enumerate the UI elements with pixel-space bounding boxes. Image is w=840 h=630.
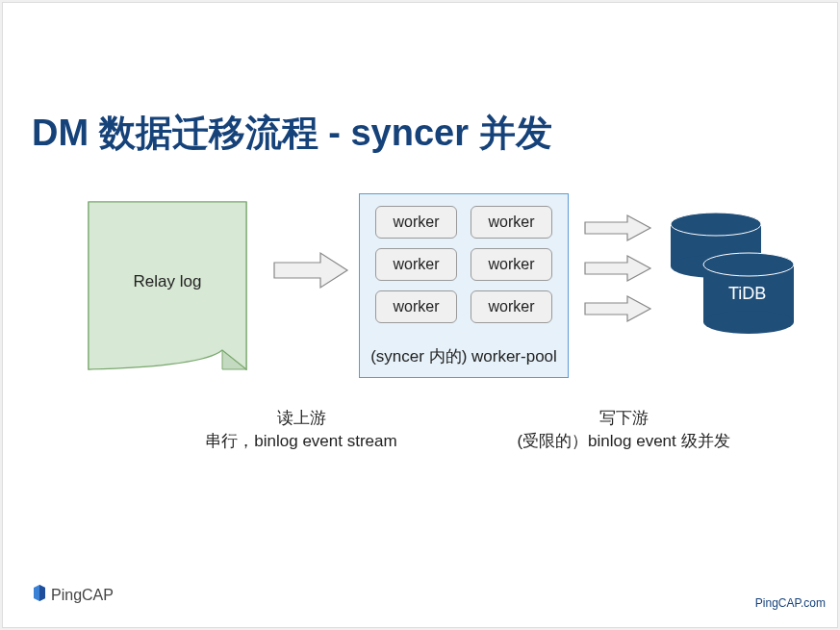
slide-title: DM 数据迁移流程 - syncer 并发 — [32, 109, 552, 158]
worker-box: worker — [471, 206, 552, 239]
caption-read-title: 读上游 — [147, 407, 455, 430]
relay-log-note: Relay log — [88, 201, 247, 370]
worker-box: worker — [471, 290, 552, 323]
tidb-label: TiDB — [728, 284, 766, 304]
relay-log-label: Relay log — [88, 272, 247, 291]
arrow-write-icon — [583, 255, 652, 282]
worker-box: worker — [375, 290, 457, 323]
caption-write-desc: (受限的）binlog event 级并发 — [484, 430, 763, 453]
worker-box: worker — [471, 248, 552, 281]
worker-pool-label: (syncer 内的) worker-pool — [360, 345, 568, 367]
brand-name: PingCAP — [51, 587, 114, 604]
pingcap-logo-icon — [32, 585, 47, 606]
arrow-read-icon — [272, 251, 349, 290]
arrow-write-icon — [583, 295, 652, 322]
svg-point-6 — [703, 311, 794, 334]
arrow-write-icon — [583, 214, 652, 241]
slide: DM 数据迁移流程 - syncer 并发 Relay log worker w… — [2, 2, 838, 628]
brand-logo: PingCAP — [32, 585, 114, 606]
caption-read-desc: 串行，binlog event stream — [147, 430, 455, 453]
arrow-write-group — [583, 214, 652, 330]
tidb-database-icon — [670, 207, 795, 341]
worker-box: worker — [375, 248, 457, 281]
worker-box: worker — [375, 206, 457, 239]
caption-read: 读上游 串行，binlog event stream — [147, 407, 455, 453]
worker-grid: worker worker worker worker worker worke… — [375, 206, 552, 323]
caption-write: 写下游 (受限的）binlog event 级并发 — [484, 407, 763, 453]
footer-link: PingCAP.com — [755, 596, 826, 610]
worker-pool-container: worker worker worker worker worker worke… — [359, 193, 569, 378]
caption-write-title: 写下游 — [484, 407, 763, 430]
diagram-area: Relay log worker worker worker worker wo… — [32, 193, 811, 376]
